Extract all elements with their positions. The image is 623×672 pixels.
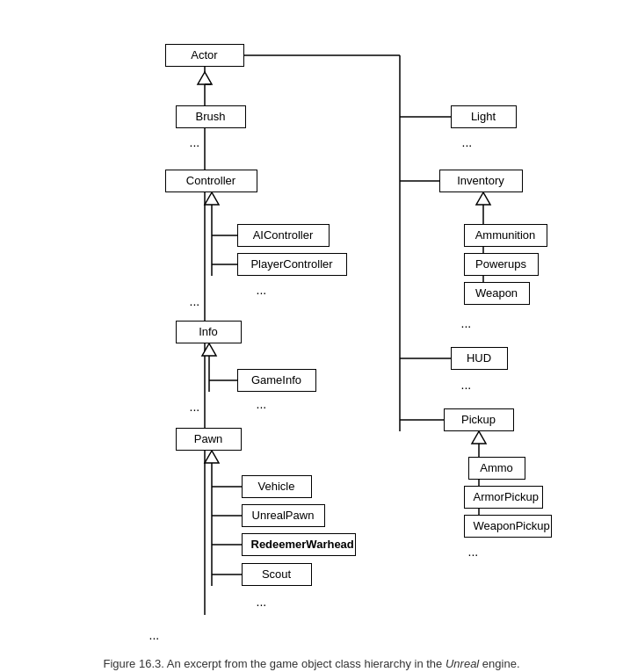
dots-main-bottom: ... [149, 628, 160, 642]
node-scout: Scout [242, 563, 312, 586]
node-vehicle: Vehicle [242, 475, 312, 498]
svg-marker-11 [202, 343, 216, 356]
dots-weaponpickup-below: ... [468, 545, 479, 559]
node-playercontroller: PlayerController [237, 253, 347, 276]
dots-hud-below: ... [461, 378, 472, 392]
node-inventory: Inventory [439, 170, 523, 192]
node-ammunition: Ammunition [464, 224, 547, 247]
dots-controller-below: ... [257, 283, 267, 297]
node-hud: HUD [451, 347, 508, 370]
svg-marker-1 [198, 72, 212, 84]
node-actor: Actor [165, 44, 244, 67]
node-aicontroller: AIController [237, 224, 330, 247]
node-ammo: Ammo [468, 457, 525, 480]
dots-info-below: ... [190, 400, 200, 414]
svg-marker-15 [205, 451, 219, 463]
node-weapon: Weapon [464, 282, 530, 305]
node-controller: Controller [165, 170, 257, 192]
node-weaponpickup: WeaponPickup [464, 515, 552, 538]
dots-pawn-children: ... [257, 595, 267, 609]
dots-brush: ... [190, 135, 200, 149]
node-unrealpawn: UnrealPawn [242, 504, 325, 527]
node-pickup: Pickup [444, 408, 514, 431]
dots-light: ... [462, 135, 473, 149]
dots-gameinfo-below: ... [257, 397, 267, 411]
node-pawn: Pawn [176, 428, 242, 451]
svg-marker-32 [472, 431, 486, 444]
dots-info-above: ... [190, 294, 200, 308]
node-redeemerwarhead: RedeemerWarhead [242, 533, 356, 556]
node-gameinfo: GameInfo [237, 369, 316, 392]
node-info: Info [176, 321, 242, 343]
node-powerups: Powerups [464, 253, 539, 276]
svg-marker-25 [476, 192, 490, 205]
class-diagram: Actor Brush Controller AIController Play… [22, 18, 602, 650]
node-armorpickup: ArmorPickup [464, 486, 543, 509]
dots-weapon-below: ... [461, 316, 472, 330]
figure-caption: Figure 16.3. An excerpt from the game ob… [103, 657, 519, 670]
node-brush: Brush [176, 105, 246, 128]
node-light: Light [451, 105, 517, 128]
svg-marker-6 [205, 192, 219, 205]
